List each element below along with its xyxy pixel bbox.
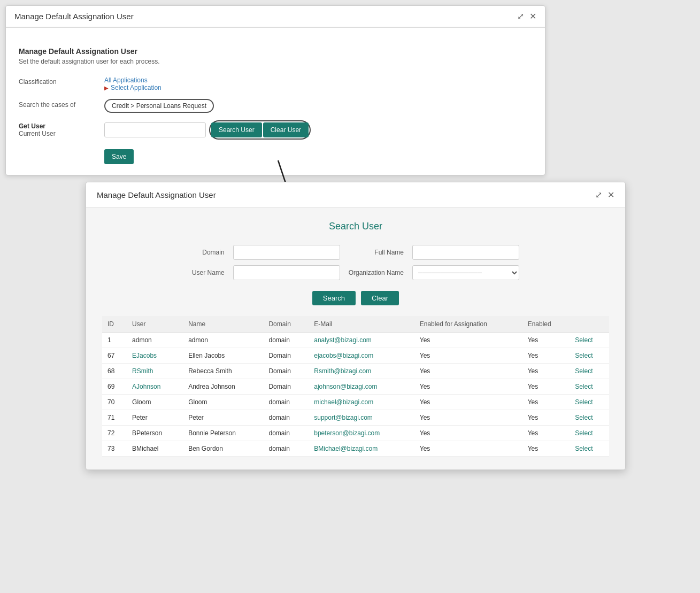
cell-enabled-assign: Yes — [414, 395, 522, 410]
col-user: User — [127, 316, 183, 333]
search-button[interactable]: Search — [312, 291, 356, 305]
cell-email: support@bizagi.com — [309, 410, 414, 426]
domain-input[interactable] — [233, 245, 340, 260]
front-dialog-expand-btn[interactable]: ⤢ — [595, 190, 602, 200]
select-app-row: ▶ Select Application — [104, 84, 532, 91]
front-dialog-close-btn[interactable]: ✕ — [607, 190, 614, 200]
front-dialog-titlebar: Manage Default Assignation User ⤢ ✕ — [86, 182, 625, 208]
cell-user: Gloom — [127, 395, 183, 410]
cell-enabled-assign: Yes — [414, 426, 522, 441]
cell-email: bpeterson@bizagi.com — [309, 426, 414, 441]
cell-id: 70 — [102, 395, 127, 410]
search-cases-value: Credit > Personal Loans Request — [104, 99, 532, 113]
col-enabled-assign: Enabled for Assignation — [414, 316, 522, 333]
col-domain: Domain — [263, 316, 309, 333]
cell-user: RSmith — [127, 364, 183, 379]
username-label: User Name — [192, 269, 225, 276]
search-form: Domain Full Name User Name Organization … — [102, 245, 609, 280]
cell-name: Andrea Johnson — [183, 379, 263, 395]
select-link[interactable]: Select — [575, 383, 593, 390]
select-link[interactable]: Select — [575, 367, 593, 375]
cell-enabled: Yes — [522, 395, 570, 410]
cell-action: Select — [570, 364, 609, 379]
clear-user-button[interactable]: Clear User — [263, 122, 309, 137]
cell-action: Select — [570, 410, 609, 426]
cell-id: 72 — [102, 426, 127, 441]
table-row: 1 admon admon domain analyst@bizagi.com … — [102, 333, 609, 348]
table-row: 72 BPeterson Bonnie Peterson domain bpet… — [102, 426, 609, 441]
cell-enabled-assign: Yes — [414, 348, 522, 364]
username-input[interactable] — [233, 265, 340, 280]
cell-id: 68 — [102, 364, 127, 379]
select-link[interactable]: Select — [575, 429, 593, 437]
cell-enabled-assign: Yes — [414, 379, 522, 395]
cell-domain: domain — [263, 395, 309, 410]
table-row: 70 Gloom Gloom domain michael@bizagi.com… — [102, 395, 609, 410]
select-link[interactable]: Select — [575, 336, 593, 344]
cell-name: Bonnie Peterson — [183, 426, 263, 441]
cell-enabled-assign: Yes — [414, 364, 522, 379]
domain-label: Domain — [192, 249, 225, 256]
bg-dialog-expand-btn[interactable]: ⤢ — [517, 11, 524, 21]
bg-dialog-body: Manage Default Assignation User Set the … — [6, 36, 545, 175]
front-dialog-body: Search User Domain Full Name User Name O… — [86, 208, 625, 469]
get-user-controls: Search User Clear User — [104, 120, 532, 140]
current-user-label: Current User — [19, 130, 104, 137]
cell-id: 1 — [102, 333, 127, 348]
results-table-head: ID User Name Domain E-Mail Enabled for A… — [102, 316, 609, 333]
cell-user: Peter — [127, 410, 183, 426]
results-table-body: 1 admon admon domain analyst@bizagi.com … — [102, 333, 609, 457]
org-name-label: Organization Name — [349, 269, 404, 276]
cell-email: analyst@bizagi.com — [309, 333, 414, 348]
search-buttons-row: Search Clear — [102, 291, 609, 305]
select-application-link[interactable]: Select Application — [111, 84, 161, 91]
search-clear-group: Search User Clear User — [209, 120, 311, 140]
current-user-input[interactable] — [104, 122, 206, 137]
cell-user: BMichael — [127, 441, 183, 457]
cases-badge: Credit > Personal Loans Request — [104, 99, 214, 113]
cell-email: Rsmith@bizagi.com — [309, 364, 414, 379]
cell-id: 73 — [102, 441, 127, 457]
cell-name: Ben Gordon — [183, 441, 263, 457]
cell-enabled-assign: Yes — [414, 441, 522, 457]
user-input-group: Search User Clear User — [104, 120, 532, 140]
cell-name: Ellen Jacobs — [183, 348, 263, 364]
org-name-select[interactable]: ────────────── — [412, 265, 519, 280]
classification-label: Classification — [19, 76, 104, 86]
bg-dialog-titlebar: Manage Default Assignation User ⤢ ✕ — [6, 6, 545, 27]
cell-domain: Domain — [263, 364, 309, 379]
cell-domain: domain — [263, 333, 309, 348]
cell-enabled: Yes — [522, 348, 570, 364]
save-button[interactable]: Save — [104, 149, 134, 164]
cell-email: ajohnson@bizagi.com — [309, 379, 414, 395]
cell-enabled: Yes — [522, 441, 570, 457]
cell-id: 69 — [102, 379, 127, 395]
front-dialog-icons: ⤢ ✕ — [595, 190, 614, 200]
cell-user: AJohnson — [127, 379, 183, 395]
clear-button[interactable]: Clear — [361, 291, 399, 305]
cell-name: Peter — [183, 410, 263, 426]
full-name-input[interactable] — [412, 245, 519, 260]
background-dialog: Manage Default Assignation User ⤢ ✕ Mana… — [5, 5, 545, 175]
select-link[interactable]: Select — [575, 414, 593, 421]
select-link[interactable]: Select — [575, 352, 593, 359]
search-user-button[interactable]: Search User — [211, 122, 262, 137]
cell-name: Rebecca Smith — [183, 364, 263, 379]
table-row: 68 RSmith Rebecca Smith Domain Rsmith@bi… — [102, 364, 609, 379]
cell-domain: Domain — [263, 379, 309, 395]
bg-dialog-close-btn[interactable]: ✕ — [529, 11, 536, 21]
cell-user: BPeterson — [127, 426, 183, 441]
cell-enabled: Yes — [522, 426, 570, 441]
cell-domain: domain — [263, 441, 309, 457]
table-row: 69 AJohnson Andrea Johnson Domain ajohns… — [102, 379, 609, 395]
select-app-arrow-icon: ▶ — [104, 85, 109, 91]
bg-section-subtitle: Set the default assignation user for eac… — [19, 58, 532, 65]
table-row: 67 EJacobs Ellen Jacobs Domain ejacobs@b… — [102, 348, 609, 364]
all-applications-link[interactable]: All Applications — [104, 76, 148, 84]
select-link[interactable]: Select — [575, 398, 593, 406]
select-link[interactable]: Select — [575, 445, 593, 452]
cell-domain: domain — [263, 410, 309, 426]
col-email: E-Mail — [309, 316, 414, 333]
cell-name: Gloom — [183, 395, 263, 410]
cell-email: ejacobs@bizagi.com — [309, 348, 414, 364]
